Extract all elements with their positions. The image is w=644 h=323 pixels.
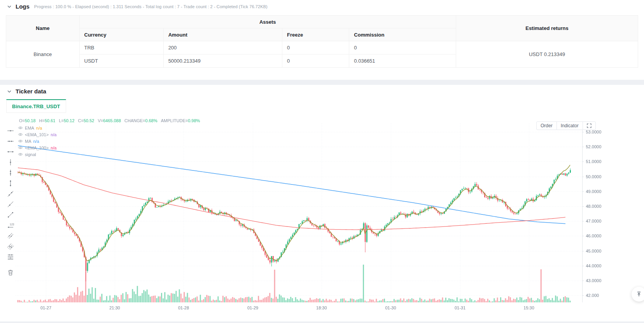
ohlc-c: C=50.52	[78, 118, 94, 123]
col-header-estimated-returns: Estimated returns	[456, 16, 638, 41]
drawing-toolbar: 123	[7, 127, 15, 276]
ticker-title: Ticker data	[16, 88, 46, 95]
kline-canvas[interactable]	[0, 113, 644, 318]
exchange-name-cell: Binance	[6, 41, 80, 68]
col-header-name: Name	[6, 16, 80, 41]
col-header-commission: Commission	[349, 28, 456, 41]
collapse-chevron-icon[interactable]	[7, 4, 12, 9]
ohlc-h: H=50.61	[39, 118, 56, 123]
logs-progress-summary: Progress : 100.0 % - Elapsed (second) : …	[34, 4, 268, 9]
currency-cell: TRB	[79, 41, 163, 54]
indicator-label: MA	[25, 139, 32, 144]
col-header-amount: Amount	[163, 28, 282, 41]
ohlc-o: O=50.18	[19, 118, 36, 123]
indicator-row-ma: MAn/a	[18, 138, 56, 144]
tab-binance-trb-usdt[interactable]: Binance.TRB_USDT	[6, 99, 66, 113]
back-to-top-button[interactable]	[632, 287, 644, 302]
trash-icon[interactable]	[7, 269, 14, 276]
indicator-value: n/a	[51, 146, 56, 150]
ohlc-v: V=6465.088	[98, 118, 121, 123]
eye-icon[interactable]	[18, 152, 23, 157]
indicator-legend: EMAn/a<EMA_101>n/aMAn/a<EMA_100>n/asigna…	[18, 125, 56, 158]
indicator-value: n/a	[36, 126, 42, 130]
horizontal-ray-line-icon[interactable]	[7, 138, 14, 145]
ohlc-amplitude: AMPLITUDE=0.98%	[161, 118, 200, 123]
vertical-ray-line-icon[interactable]	[7, 169, 14, 176]
commission-cell: 0	[349, 41, 456, 54]
kline-chart: 123 O=50.18H=50.61L=50.12C=50.52V=6465.0…	[0, 113, 644, 318]
parallel-straight-line-icon[interactable]	[7, 232, 14, 239]
indicator-label: <EMA_101>	[25, 132, 49, 137]
assets-table-wrapper: Name Assets Estimated returns Currency A…	[6, 15, 638, 68]
horizontal-segment-icon[interactable]	[7, 148, 14, 155]
col-header-currency: Currency	[79, 28, 163, 41]
estimated-returns-cell: USDT 0.213349	[456, 41, 638, 68]
logs-section: Logs Progress : 100.0 % - Elapsed (secon…	[0, 0, 644, 80]
ohlc-change: CHANGE=0.68%	[124, 118, 158, 123]
price-channel-line-icon[interactable]	[7, 243, 14, 250]
collapse-chevron-icon[interactable]	[7, 89, 12, 94]
vertical-straight-line-icon[interactable]	[7, 159, 14, 166]
indicator-row-signal: signal	[18, 151, 56, 158]
freeze-cell: 0	[282, 41, 349, 54]
indicator-row-ema: EMAn/a	[18, 125, 56, 131]
chart-button-group: Order Indicator	[536, 121, 596, 130]
ticker-header: Ticker data	[0, 85, 644, 95]
vertical-segment-icon[interactable]	[7, 180, 14, 187]
indicator-label: EMA	[25, 126, 34, 130]
eye-icon[interactable]	[18, 145, 23, 150]
price-line-icon[interactable]: 123	[7, 222, 14, 229]
fibonacci-line-icon[interactable]	[7, 253, 14, 260]
table-row: Binance TRB 200 0 0 USDT 0.213349	[6, 41, 638, 54]
svg-text:123: 123	[10, 223, 14, 226]
horizontal-straight-line-icon[interactable]	[7, 127, 14, 134]
freeze-cell: 0	[282, 54, 349, 68]
ohlc-legend: O=50.18H=50.61L=50.12C=50.52V=6465.088CH…	[19, 118, 200, 123]
eye-icon[interactable]	[18, 139, 23, 144]
amount-cell: 200	[163, 41, 282, 54]
fullscreen-button[interactable]	[583, 122, 595, 130]
indicator-label: <EMA_100>	[25, 146, 49, 150]
assets-table: Name Assets Estimated returns Currency A…	[6, 15, 638, 68]
currency-cell: USDT	[79, 54, 163, 68]
indicator-row-ema-101: <EMA_101>n/a	[18, 131, 56, 138]
eye-icon[interactable]	[18, 132, 23, 137]
logs-title: Logs	[16, 3, 30, 10]
ticker-tab-bar: Binance.TRB_USDT	[6, 99, 644, 113]
ticker-data-section: Ticker data Binance.TRB_USDT 123 O=50.18…	[0, 85, 644, 321]
fullscreen-icon	[587, 123, 592, 128]
indicator-value: n/a	[51, 132, 56, 137]
col-header-assets: Assets	[79, 16, 456, 28]
indicator-row-ema-100: <EMA_100>n/a	[18, 144, 56, 151]
ray-line-icon[interactable]	[7, 201, 14, 208]
trend-line-icon[interactable]	[7, 190, 14, 197]
logs-header: Logs Progress : 100.0 % - Elapsed (secon…	[0, 0, 644, 10]
indicator-button[interactable]: Indicator	[556, 122, 583, 130]
order-button[interactable]: Order	[537, 122, 556, 130]
commission-cell: 0.036651	[349, 54, 456, 68]
segment-icon[interactable]	[7, 211, 14, 218]
amount-cell: 50000.213349	[163, 54, 282, 68]
indicator-value: n/a	[33, 139, 39, 144]
col-header-freeze: Freeze	[282, 28, 349, 41]
indicator-label: signal	[25, 152, 36, 157]
arrow-up-to-line-icon	[636, 291, 642, 297]
eye-icon[interactable]	[18, 125, 23, 130]
ohlc-l: L=50.12	[59, 118, 74, 123]
